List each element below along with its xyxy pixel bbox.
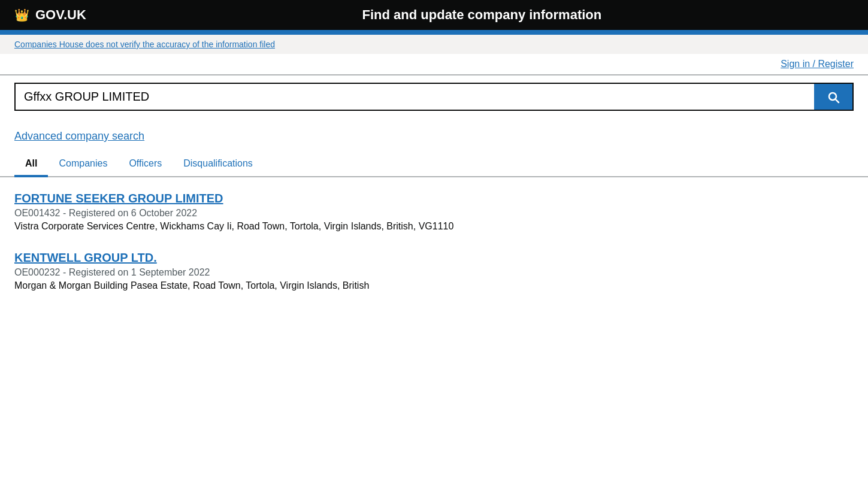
crown-icon: 👑	[14, 8, 29, 22]
accuracy-disclaimer-link[interactable]: Companies House does not verify the accu…	[14, 40, 275, 49]
search-button[interactable]	[814, 84, 852, 110]
search-results: FORTUNE SEEKER GROUP LIMITED OE001432 - …	[0, 177, 868, 325]
list-item: FORTUNE SEEKER GROUP LIMITED OE001432 - …	[14, 192, 854, 232]
search-tabs: All Companies Officers Disqualifications	[0, 152, 868, 177]
search-input[interactable]	[16, 84, 814, 110]
result-title[interactable]: FORTUNE SEEKER GROUP LIMITED	[14, 192, 223, 205]
result-title[interactable]: KENTWELL GROUP LTD.	[14, 251, 157, 264]
result-meta: OE001432 - Registered on 6 October 2022	[14, 208, 854, 219]
sign-in-bar: Sign in / Register	[0, 54, 868, 74]
logo-text: GOV.UK	[35, 7, 86, 23]
site-title: Find and update company information	[110, 7, 854, 23]
tab-all[interactable]: All	[14, 152, 48, 177]
advanced-search-area: Advanced company search	[0, 120, 868, 147]
result-address: Vistra Corporate Services Centre, Wickha…	[14, 221, 854, 232]
tab-companies[interactable]: Companies	[48, 152, 118, 177]
search-area	[0, 74, 868, 120]
gov-logo: 👑 GOV.UK	[14, 7, 86, 23]
tab-disqualifications[interactable]: Disqualifications	[173, 152, 264, 177]
search-icon	[826, 90, 840, 104]
blue-bar	[0, 30, 868, 35]
sign-in-link[interactable]: Sign in / Register	[781, 59, 854, 69]
result-address: Morgan & Morgan Building Pasea Estate, R…	[14, 280, 854, 291]
search-form	[14, 83, 854, 111]
result-meta: OE000232 - Registered on 1 September 202…	[14, 267, 854, 278]
advanced-search-link[interactable]: Advanced company search	[14, 130, 144, 142]
site-header: 👑 GOV.UK Find and update company informa…	[0, 0, 868, 30]
info-bar: Companies House does not verify the accu…	[0, 35, 868, 54]
tab-officers[interactable]: Officers	[118, 152, 173, 177]
list-item: KENTWELL GROUP LTD. OE000232 - Registere…	[14, 251, 854, 291]
